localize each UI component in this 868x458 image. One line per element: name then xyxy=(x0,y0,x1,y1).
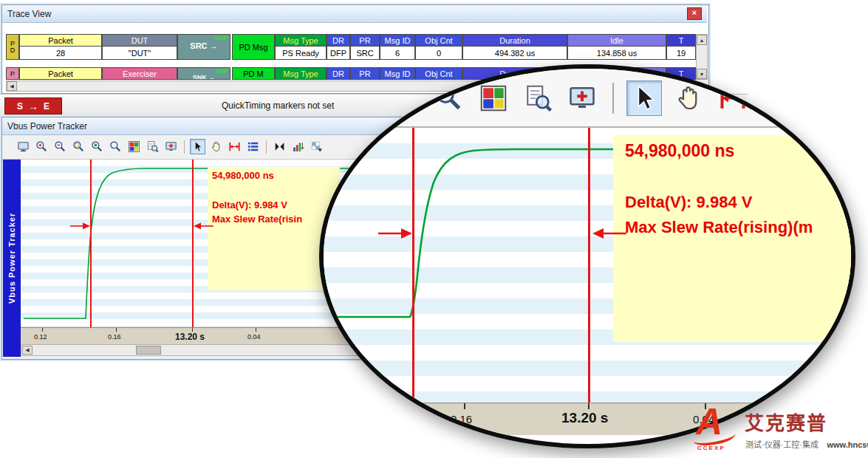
pd-msg-cell[interactable]: PD M xyxy=(232,67,275,80)
vendor-brand-name: 艾克赛普 xyxy=(745,408,827,435)
zoom-region-button[interactable] xyxy=(71,139,86,154)
trace-view-titlebar[interactable]: Trace View × xyxy=(2,5,707,23)
trace-vertical-scrollbar[interactable]: ▲ ▼ xyxy=(696,34,708,80)
zoom-results-button[interactable] xyxy=(145,139,160,154)
measure-arrow-left-icon xyxy=(194,222,214,230)
zoom-results-icon xyxy=(146,140,159,153)
zoom-in-button[interactable] xyxy=(34,139,49,154)
axis-cursor-label: 13.20 s xyxy=(561,410,608,426)
t-header: T xyxy=(666,34,696,47)
pd-row-marker[interactable]: P xyxy=(6,67,19,80)
hand-tool-button[interactable] xyxy=(671,81,706,116)
dr-header: DR xyxy=(327,67,350,80)
dr-value[interactable]: DFP xyxy=(327,46,350,60)
dr-header: DR xyxy=(327,34,350,47)
msg-type-value[interactable]: PS Ready xyxy=(275,46,327,60)
scrollbar-thumb[interactable] xyxy=(136,346,161,355)
statistics-icon xyxy=(292,140,304,153)
zoom-out-button[interactable] xyxy=(52,139,68,154)
axis-label: 0.16 xyxy=(108,333,121,341)
close-button[interactable]: × xyxy=(687,7,702,20)
filter-icon xyxy=(310,140,323,153)
screenshot-root: Trace View × P D Packet 28 DUT "DUT" SOP… xyxy=(0,0,868,458)
statistics-button[interactable] xyxy=(290,139,306,154)
collapse-icon xyxy=(273,140,286,153)
pr-header: PR xyxy=(350,34,380,47)
idle-value[interactable]: 134.858 us xyxy=(567,46,666,60)
duration-value[interactable]: 494.382 us xyxy=(462,46,567,60)
display-icon xyxy=(17,140,30,153)
t-value[interactable]: 19 xyxy=(666,46,696,60)
scroll-up-button[interactable]: ▲ xyxy=(697,35,707,45)
scroll-left-button[interactable]: ◀ xyxy=(22,346,33,355)
zoom-results-button[interactable] xyxy=(520,81,556,116)
vendor-tagline: 测试·仪器·工控·集成 xyxy=(745,440,819,449)
msg-id-header: Msg ID xyxy=(380,67,415,80)
scroll-down-button[interactable]: ▼ xyxy=(697,69,707,79)
timing-marker-button[interactable] xyxy=(227,139,242,154)
quicktiming-markers-button[interactable]: S → E xyxy=(4,98,62,115)
zoom-fit-button[interactable] xyxy=(89,139,105,154)
zoom-slew-rate-label: Max Slew Rate(rising)(m xyxy=(625,218,813,237)
zoom-measure-arrow-left-icon xyxy=(592,227,628,240)
zoom-cursor-line-2[interactable] xyxy=(588,128,590,417)
hand-icon xyxy=(210,140,222,153)
snk-arrow-icon: → xyxy=(208,74,215,80)
zoom-delta-v-label: Delta(V): 9.984 V xyxy=(625,193,752,212)
zoom-reset-icon xyxy=(109,140,122,153)
screen-capture-icon xyxy=(165,140,177,153)
hand-tool-button[interactable] xyxy=(208,139,224,154)
zoom-in-icon xyxy=(35,140,48,153)
dut-value[interactable]: "DUT" xyxy=(102,46,177,60)
axis-tick xyxy=(116,328,117,332)
exerciser-header: Exerciser xyxy=(102,67,177,80)
logo-subtext: CCEXP xyxy=(697,445,725,451)
packet-value[interactable]: 28 xyxy=(19,46,102,60)
display-button[interactable] xyxy=(16,139,31,154)
sop-snk-cell[interactable]: SOP SNK → xyxy=(177,67,230,80)
vbus-title: Vbus Power Tracker xyxy=(7,121,87,131)
hand-icon xyxy=(674,83,703,113)
zoom-measure-arrow-right-icon xyxy=(377,227,412,240)
slew-rate-label: Max Slew Rate(risin xyxy=(212,213,302,225)
select-tool-button[interactable] xyxy=(190,139,205,154)
screen-capture-button[interactable] xyxy=(163,139,179,154)
report-list-button[interactable] xyxy=(245,139,261,154)
packet-header: Packet xyxy=(19,67,102,80)
obj-cnt-header: Obj Cnt xyxy=(415,34,462,47)
axis-tick xyxy=(464,403,465,409)
cursor-arrow-icon xyxy=(191,140,204,153)
sop-src-cell[interactable]: SOP SRC → xyxy=(177,34,230,60)
obj-cnt-value[interactable]: 0 xyxy=(415,46,462,60)
filter-button[interactable] xyxy=(309,139,324,154)
trace-view-title: Trace View xyxy=(7,9,51,19)
marker-end-label: E xyxy=(44,101,49,112)
axis-label: 0.04 xyxy=(247,333,261,341)
cursor-line-2[interactable] xyxy=(192,160,194,327)
msg-type-header: Msg Type xyxy=(275,34,327,47)
marker-arrow-icon: → xyxy=(28,100,38,112)
select-tool-button[interactable] xyxy=(626,81,662,116)
scroll-left-icon: ◀ xyxy=(10,83,13,89)
axis-label: 0.12 xyxy=(34,333,47,341)
packet-header: Packet xyxy=(19,34,102,47)
pd-msg-cell[interactable]: PD Msg xyxy=(232,34,275,60)
palette-button[interactable] xyxy=(476,81,511,116)
screen-capture-button[interactable] xyxy=(564,81,600,116)
zoom-reset-button[interactable] xyxy=(108,139,123,154)
collapse-button[interactable] xyxy=(272,139,287,154)
cursor-line-1[interactable] xyxy=(90,160,92,327)
palette-button[interactable] xyxy=(126,139,142,154)
zoom-cursor-time-label: 54,980,000 ns xyxy=(625,141,734,161)
msg-id-value[interactable]: 6 xyxy=(380,46,415,60)
zoom-cursor-line-1[interactable] xyxy=(412,128,414,417)
axis-label: 0.16 xyxy=(451,413,472,425)
report-list-icon xyxy=(247,140,259,153)
pd-row-marker[interactable]: P D xyxy=(6,34,19,60)
scroll-left-button[interactable]: ◀ xyxy=(7,81,17,91)
report-list-button[interactable] xyxy=(759,81,795,116)
scroll-down-icon: ▼ xyxy=(700,72,705,77)
quicktiming-message: QuickTiming markers not set xyxy=(222,100,334,111)
pr-value[interactable]: SRC xyxy=(350,46,380,60)
timing-marker-icon xyxy=(228,140,241,153)
